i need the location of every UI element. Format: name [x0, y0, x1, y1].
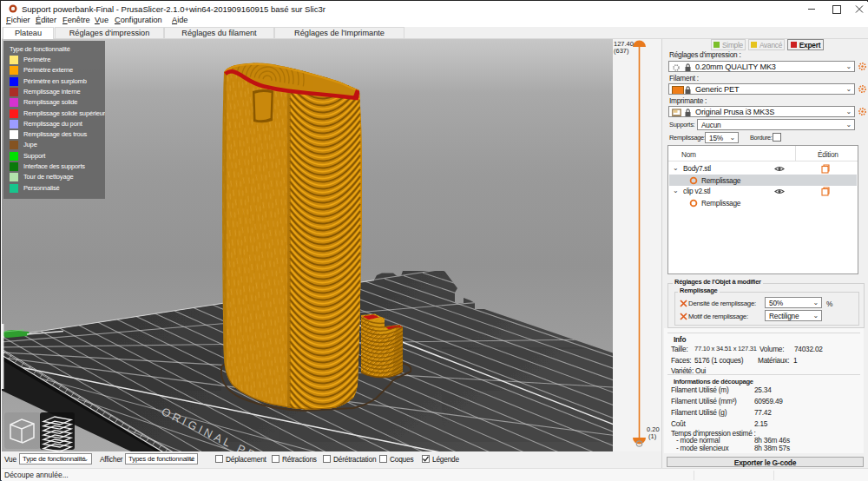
svg-text:(637): (637) — [614, 47, 629, 55]
svg-text:(1): (1) — [648, 432, 657, 440]
